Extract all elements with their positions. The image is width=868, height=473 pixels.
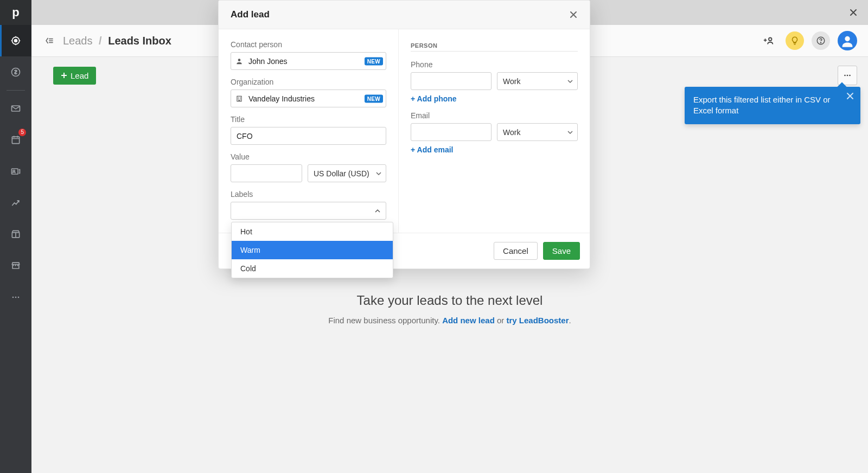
contact-person-field: Contact person NEW bbox=[231, 40, 386, 70]
phone-input[interactable] bbox=[411, 72, 492, 90]
email-field: Email Work + Add email bbox=[411, 111, 578, 155]
modal-left-col: Contact person NEW Organization NEW Titl… bbox=[219, 29, 399, 233]
title-label: Title bbox=[231, 115, 386, 124]
phone-label: Phone bbox=[411, 60, 578, 69]
labels-dropdown: Hot Warm Cold bbox=[231, 222, 393, 278]
organization-field: Organization NEW bbox=[231, 78, 386, 107]
organization-label: Organization bbox=[231, 78, 386, 86]
contact-person-label: Contact person bbox=[231, 40, 386, 49]
modal-body: Contact person NEW Organization NEW Titl… bbox=[219, 29, 590, 233]
email-input[interactable] bbox=[411, 123, 492, 141]
email-type-selected: Work bbox=[503, 128, 520, 137]
labels-field: Labels Hot Warm Cold bbox=[231, 190, 386, 220]
modal-title: Add lead bbox=[231, 9, 270, 20]
modal-right-col: PERSON Phone Work + Add phone Email bbox=[399, 29, 590, 233]
chevron-down-icon bbox=[567, 79, 573, 84]
currency-selected: US Dollar (USD) bbox=[314, 169, 369, 178]
modal-close-icon[interactable] bbox=[569, 10, 578, 19]
svg-point-18 bbox=[238, 59, 241, 61]
building-icon bbox=[235, 95, 243, 103]
new-badge: NEW bbox=[365, 94, 383, 103]
currency-select[interactable]: US Dollar (USD) bbox=[308, 164, 386, 182]
modal-header: Add lead bbox=[219, 1, 590, 29]
label-option-cold[interactable]: Cold bbox=[232, 259, 393, 278]
value-field: Value US Dollar (USD) bbox=[231, 152, 386, 182]
organization-input-wrap: NEW bbox=[231, 90, 386, 107]
contact-person-input-wrap: NEW bbox=[231, 52, 386, 70]
new-badge: NEW bbox=[365, 57, 383, 65]
contact-person-input[interactable] bbox=[231, 52, 386, 70]
email-type-select[interactable]: Work bbox=[497, 123, 578, 141]
email-label: Email bbox=[411, 111, 578, 120]
organization-input[interactable] bbox=[231, 90, 386, 107]
title-field: Title bbox=[231, 115, 386, 145]
labels-select[interactable]: Hot Warm Cold bbox=[231, 202, 386, 220]
save-button[interactable]: Save bbox=[543, 242, 580, 260]
person-section-title: PERSON bbox=[411, 42, 578, 52]
add-email-link[interactable]: + Add email bbox=[411, 145, 453, 154]
label-option-hot[interactable]: Hot bbox=[232, 222, 393, 241]
chevron-down-icon bbox=[376, 171, 381, 176]
phone-type-selected: Work bbox=[503, 77, 520, 86]
value-label: Value bbox=[231, 152, 386, 161]
label-option-warm[interactable]: Warm bbox=[232, 241, 393, 259]
person-icon bbox=[235, 57, 243, 65]
add-phone-link[interactable]: + Add phone bbox=[411, 94, 457, 103]
labels-label: Labels bbox=[231, 190, 386, 199]
add-lead-modal: Add lead Contact person NEW Organization… bbox=[218, 0, 590, 269]
phone-type-select[interactable]: Work bbox=[497, 72, 578, 90]
title-input[interactable] bbox=[231, 127, 386, 145]
phone-field: Phone Work + Add phone bbox=[411, 60, 578, 104]
chevron-up-icon bbox=[375, 208, 380, 214]
value-input[interactable] bbox=[231, 164, 302, 182]
chevron-down-icon bbox=[567, 130, 573, 135]
cancel-button[interactable]: Cancel bbox=[494, 242, 538, 260]
